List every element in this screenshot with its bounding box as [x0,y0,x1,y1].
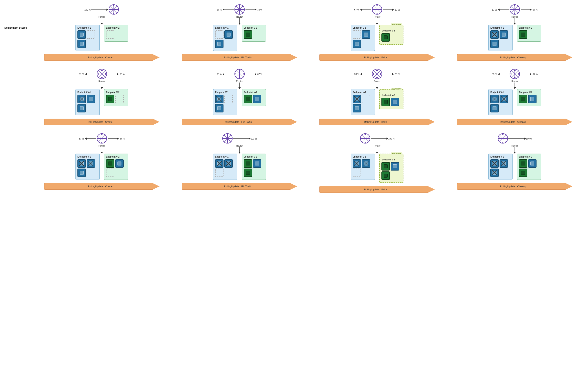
endpoints-row: Endpoint V-1 Endpoint V-2 [75,89,128,115]
endpoint-box: Endpoint V-1 [75,25,100,51]
svg-marker-193 [524,138,526,140]
diagram-cell: 67 % 33 % Router Endpoint V-1 [171,2,308,63]
endpoints-row: Endpoint V-1 Endpoint V-2 [488,89,541,115]
router-icon [497,133,508,144]
diagram-row-3: 33 % 67 % Router Endpoint V-1 [4,131,584,194]
left-pct: 67 % [217,9,222,11]
router-label: Router [512,16,518,18]
svg-marker-78 [223,73,224,75]
router-icon [222,133,233,144]
endpoints-row: Endpoint V-1 Alarms OK Endpoint V-2 [351,89,403,115]
stage-label: RollingUpdate - FlipTraffic [182,183,297,190]
svg-marker-57 [514,23,516,25]
stage-label: RollingUpdate - Create [44,54,159,61]
router-label: Router [99,145,105,147]
alarms-ok-label: Alarms OK [391,23,402,26]
endpoint-box: Endpoint V-2 [104,154,128,180]
svg-marker-1 [106,9,108,11]
svg-marker-142 [117,138,119,140]
router-label: Router [512,80,518,83]
svg-marker-44 [498,9,500,11]
stage-banner: RollingUpdate - Create [44,54,159,61]
router-label: Router [236,80,243,83]
router-icon [372,68,383,80]
router-icon [360,133,371,144]
svg-marker-106 [392,73,394,75]
router-label: Router [374,145,380,147]
stage-banner: RollingUpdate - Bake [319,54,435,61]
left-pct: 67 % [79,73,84,75]
diagram-cell: 33 % 67 % Router Endpoint V-1 [171,67,308,127]
router-label: Router [374,80,380,83]
endpoint-box: Endpoint V-2 [104,89,128,106]
router-label: Router [236,16,243,18]
svg-marker-176 [387,138,388,140]
svg-marker-72 [117,73,119,75]
endpoints-row: Endpoint V-1 Alarms OK Endpoint V-2 [351,25,403,51]
stage-label: RollingUpdate - Create [44,119,159,125]
diagram-cell: 100 % Router Endpoint V-1 [171,131,308,194]
right-pct: 33 % [395,9,400,11]
right-pct: 100 % [526,138,532,140]
svg-marker-125 [514,87,516,89]
stage-banner: RollingUpdate - Cleanup [457,183,572,190]
svg-marker-131 [85,138,87,140]
right-pct: 67 % [257,73,262,75]
router-label: Router [99,80,105,83]
stage-banner: RollingUpdate - FlipTraffic [182,54,297,61]
endpoint-box: Endpoint V-1 [75,89,100,115]
deployment-stages-label: Deployment Stages [4,2,33,29]
stage-label: RollingUpdate - Cleanup [457,54,572,61]
endpoint-box: Endpoint V-2 [242,89,266,106]
endpoint-box: Endpoint V-1 [488,154,513,180]
stage-banner: RollingUpdate - Create [44,183,159,190]
stage-label: RollingUpdate - Create [44,183,159,190]
router-label: Router [512,145,518,147]
diagram-cell: 100 % Router Endpoint V-1 [308,131,446,194]
svg-marker-195 [514,152,516,154]
svg-marker-55 [530,9,532,11]
right-pct: 67 % [533,9,538,11]
stage-banner: RollingUpdate - Bake [319,186,435,193]
endpoint-box: Endpoint V-1 [213,89,237,115]
endpoint-box: Endpoint V-2 [517,25,541,42]
endpoint-box: Endpoint V-2 [242,25,266,42]
svg-marker-144 [101,152,103,154]
endpoint-box: Endpoint V-1 [488,25,513,51]
router-icon [108,4,119,15]
stage-label: RollingUpdate - Cleanup [457,183,572,190]
router-label: Router [99,16,105,18]
router-icon [234,4,245,15]
stage-banner: RollingUpdate - Cleanup [457,119,572,125]
svg-marker-12 [101,23,103,25]
endpoints-row: Endpoint V-1 [488,154,541,180]
stage-label: RollingUpdate - Cleanup [457,119,572,125]
svg-marker-27 [239,23,241,25]
diagram-row-2: 67 % 33 % Router Endpoint V-1 [4,67,584,127]
stage-label: RollingUpdate - Bake [319,54,435,61]
svg-marker-112 [498,73,500,75]
diagram-cell: 67 % 33 % Router Endpoint V-1 [33,67,171,127]
endpoint-box: Endpoint V-2 [517,89,541,106]
diagram-cell: 33 % 67 % Router Endpoint V-1 [33,131,171,194]
stage-label: RollingUpdate - Bake [319,119,435,125]
svg-marker-91 [239,87,241,89]
stage-banner: RollingUpdate - Bake [319,119,435,125]
svg-marker-123 [530,73,532,75]
endpoint-box: Endpoint V-1 [75,154,100,180]
endpoint-box: Endpoint V-1 [213,25,237,51]
endpoint-box: Endpoint V-1 [351,154,375,180]
svg-marker-178 [376,152,378,154]
stage-label: RollingUpdate - FlipTraffic [182,119,297,125]
endpoint-box: Endpoint V-2 [104,25,128,42]
diagram-cell: 33 % 67 % Router Endpoint V-1 [446,67,584,127]
router-label: Router [374,16,380,18]
right-pct: 67 % [395,73,400,75]
diagram-row-1: Deployment Stages 100 % Router [4,2,584,63]
endpoints-row: Endpoint V-1 Endpoint V-2 [488,25,541,51]
right-pct: 67 % [120,138,125,140]
router-icon [509,68,520,80]
right-pct: 100 % [251,138,257,140]
left-pct: 33 % [217,73,222,75]
endpoint-box: Endpoint V-1 [351,25,375,51]
